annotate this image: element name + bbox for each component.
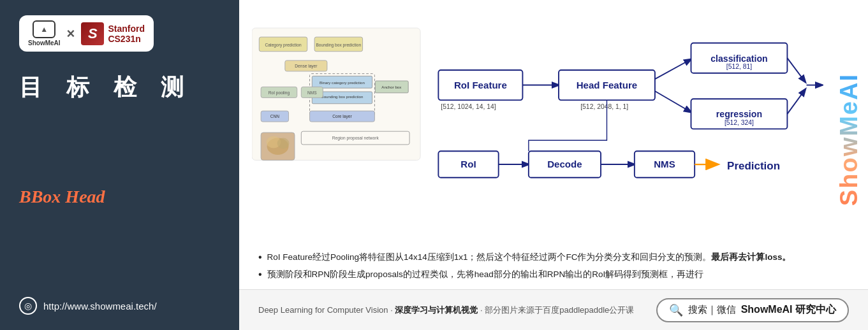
bullet-1: • RoI Feature经过Pooling将特征图从14x14压缩到1x1；然… — [258, 250, 823, 264]
svg-text:regression: regression — [716, 109, 762, 119]
svg-text:NMS: NMS — [307, 90, 317, 95]
svg-line-33 — [655, 59, 691, 79]
svg-line-34 — [655, 91, 691, 112]
website-link[interactable]: ◎ http://www.showmeai.tech/ — [19, 297, 157, 315]
showmeai-logo: ShowMeAI — [28, 20, 61, 47]
stanford-course: CS231n — [108, 34, 145, 44]
watermark-text: ShowMeAI — [835, 73, 863, 206]
svg-text:Dense layer: Dense layer — [295, 64, 318, 69]
svg-text:[512, 81]: [512, 81] — [726, 63, 752, 70]
left-panel: ShowMeAI × S Stanford CS231n 目 标 检 测 BBo… — [0, 0, 239, 330]
svg-text:NMS: NMS — [654, 159, 675, 169]
right-panel: ShowMeAI Category prediction Bounding bo… — [239, 0, 868, 330]
stanford-name: Stanford — [108, 24, 145, 34]
bullet-dot-2: • — [258, 268, 262, 282]
search-box[interactable]: 🔍 搜索｜微信 ShowMeAI 研究中心 — [656, 298, 849, 322]
svg-text:Core layer: Core layer — [332, 114, 352, 119]
showmeai-icon — [33, 20, 55, 38]
svg-text:Anchor box: Anchor box — [381, 85, 401, 89]
bullet-2-text: 预测阶段和RPN阶段生成proposals的过程类似，先将head部分的输出和R… — [267, 268, 704, 282]
svg-text:Prediction: Prediction — [727, 160, 780, 172]
svg-line-41 — [787, 58, 805, 82]
svg-text:Decode: Decode — [547, 159, 582, 169]
svg-text:Region proposal network: Region proposal network — [332, 136, 379, 141]
search-label: 搜索｜微信 — [688, 304, 736, 316]
stanford-letter: S — [81, 22, 104, 45]
svg-text:Head Feature: Head Feature — [577, 80, 638, 90]
watermark: ShowMeAI — [830, 0, 868, 279]
bullet-1-text: RoI Feature经过Pooling将特征图从14x14压缩到1x1；然后这… — [267, 250, 791, 264]
link-icon: ◎ — [19, 297, 37, 315]
times-sign: × — [67, 25, 75, 42]
logo-area: ShowMeAI × S Stanford CS231n — [19, 15, 154, 52]
diagram-svg: Category prediction Bounding box predict… — [252, 10, 823, 214]
svg-text:[512, 324]: [512, 324] — [725, 119, 754, 126]
svg-text:RoI pooling: RoI pooling — [268, 90, 290, 96]
svg-text:Bounding box prediction: Bounding box prediction — [316, 43, 361, 48]
subtitle-section: BBox Head — [19, 187, 105, 207]
svg-line-42 — [787, 89, 805, 114]
svg-text:Category prediction: Category prediction — [265, 43, 302, 48]
svg-text:Bounding box prediction: Bounding box prediction — [321, 94, 364, 99]
bbox-head-title: BBox Head — [19, 187, 105, 207]
svg-text:RoI Feature: RoI Feature — [454, 80, 507, 90]
svg-text:[512, 2048, 1, 1]: [512, 2048, 1, 1] — [580, 103, 628, 110]
svg-text:classification: classification — [710, 54, 768, 64]
footer: Deep Learning for Computer Vision · 深度学习… — [239, 289, 868, 330]
title-chinese: 目 标 检 测 — [19, 72, 193, 103]
search-brand: ShowMeAI 研究中心 — [741, 303, 836, 317]
bullet-dot-1: • — [258, 250, 262, 264]
svg-text:CNN: CNN — [270, 114, 280, 118]
svg-text:RoI: RoI — [460, 159, 476, 169]
bullet-2: • 预测阶段和RPN阶段生成proposals的过程类似，先将head部分的输出… — [258, 268, 823, 282]
footer-main-text: Deep Learning for Computer Vision · 深度学习… — [258, 305, 634, 316]
search-icon: 🔍 — [669, 303, 683, 317]
website-url: http://www.showmeai.tech/ — [43, 301, 157, 312]
svg-text:[512, 1024, 14, 14]: [512, 1024, 14, 14] — [441, 103, 496, 110]
content-text: • RoI Feature经过Pooling将特征图从14x14压缩到1x1；然… — [239, 245, 868, 289]
showmeai-text-label: ShowMeAI — [28, 39, 61, 47]
stanford-logo: S Stanford CS231n — [81, 22, 145, 45]
diagram-area: Category prediction Bounding box predict… — [239, 0, 868, 245]
svg-point-25 — [277, 138, 290, 149]
svg-text:Binary category prediction: Binary category prediction — [320, 80, 365, 85]
